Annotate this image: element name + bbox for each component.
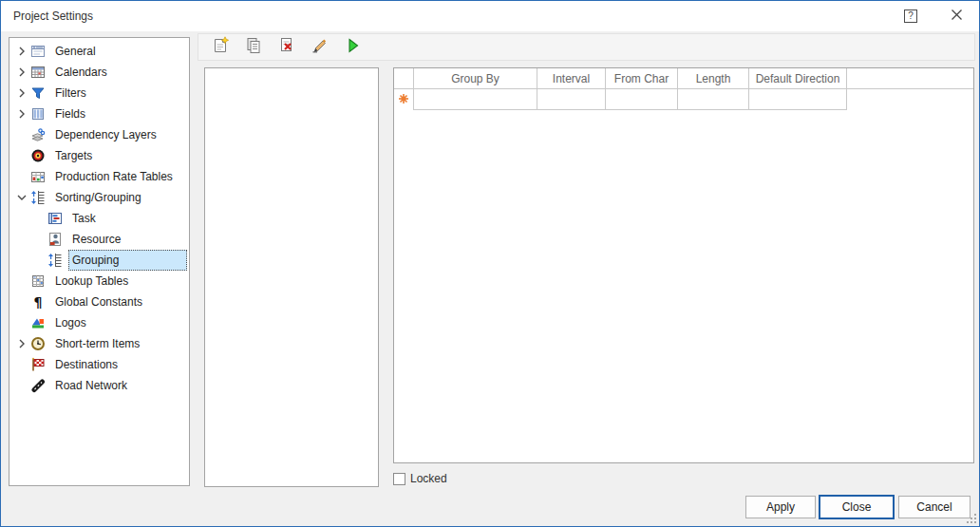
sidebar-item-grouping[interactable]: Grouping [9,250,189,271]
checkbox-unchecked-icon[interactable] [393,473,405,485]
edit-icon [311,36,330,58]
sidebar-item-label: Fields [51,105,89,122]
grouping-grid-header: Group By Interval From Char Length Defau… [394,68,973,89]
sidebar-item-filters[interactable]: Filters [9,83,189,104]
apply-button[interactable]: Apply [745,496,816,518]
sidebar-item-fields[interactable]: Fields [9,104,189,124]
new-row-cell-group-by[interactable] [414,89,537,110]
delete-button[interactable] [275,36,298,59]
sidebar-item-global-constants[interactable]: ¶ Global Constants [9,292,189,312]
sidebar-item-label: Filters [51,85,90,102]
table-columns-icon [30,106,46,122]
sidebar-item-label: Calendars [51,64,111,81]
resize-grip-icon[interactable] [965,512,977,524]
tree-indent [13,273,30,289]
sidebar-item-dependency-layers[interactable]: Dependency Layers [9,124,189,145]
sidebar-item-logos[interactable]: Logos [9,312,189,333]
sidebar-item-label: Dependency Layers [51,126,160,143]
chevron-right-icon[interactable] [13,106,30,122]
checkered-flag-icon [30,357,46,372]
sort-group-icon [47,253,63,268]
sidebar-item-targets[interactable]: Targets [9,145,189,166]
lookup-table-icon [30,273,46,289]
sidebar-item-label: Resource [68,231,124,248]
new-row-cell-filler [847,89,973,110]
sidebar-item-label: Short-term Items [51,335,143,352]
chevron-right-icon[interactable] [13,65,30,80]
sort-group-icon [30,190,46,205]
tree-indent [13,357,30,372]
sidebar-item-label: Logos [51,314,90,331]
sidebar-item-task[interactable]: Task [9,208,189,229]
help-icon: ? [904,9,917,23]
sidebar-item-road-network[interactable]: Road Network [9,375,189,396]
settings-tree: General Calendars Filters Fields Depende… [9,37,190,486]
sidebar-item-general[interactable]: General [9,41,189,62]
close-button[interactable] [946,7,967,26]
edit-button[interactable] [309,36,331,59]
titlebar: Project Settings ? [1,1,979,31]
sidebar-item-label: Destinations [51,356,122,373]
sidebar-item-label: Task [68,210,100,227]
column-header-from-char: From Char [606,68,678,89]
project-settings-dialog: Project Settings ? General Calendars Fil… [0,0,980,527]
tree-indent [13,211,30,226]
copy-button[interactable] [242,36,265,59]
new-row-cell-length[interactable] [678,89,749,110]
grouping-list-panel[interactable] [204,67,379,487]
tree-indent [13,253,30,268]
new-row-cell-interval[interactable] [537,89,606,110]
chevron-right-icon[interactable] [13,336,30,351]
column-header-group-by: Group By [414,68,537,89]
road-network-icon [30,378,46,393]
tree-indent [13,232,30,247]
new-row-star-icon [398,93,409,107]
sidebar-item-label: Grouping [68,250,187,271]
copy-icon [244,36,263,58]
pilcrow-icon: ¶ [30,294,46,310]
sidebar-item-resource[interactable]: Resource [9,229,189,250]
form-icon [30,44,46,59]
close-dialog-button[interactable]: Close [819,495,895,519]
delete-icon [277,36,296,58]
sidebar-item-label: Production Rate Tables [51,168,177,185]
tree-indent [13,378,30,393]
chevron-right-icon[interactable] [13,85,30,101]
tree-indent [13,148,30,163]
column-header-filler [847,68,973,89]
grouping-grid-panel: Group By Interval From Char Length Defau… [393,67,974,463]
sidebar-item-short-term-items[interactable]: Short-term Items [9,333,189,354]
locked-label: Locked [410,472,447,485]
run-button[interactable] [342,36,365,59]
chevron-right-icon[interactable] [13,44,30,59]
task-gantt-icon [47,211,63,226]
sidebar-item-label: General [51,43,100,60]
sidebar-item-production-rate-tables[interactable]: Production Rate Tables [9,166,189,187]
chevron-down-icon[interactable] [13,190,30,205]
tree-indent [13,315,30,330]
sidebar-item-destinations[interactable]: Destinations [9,354,189,375]
sidebar-item-calendars[interactable]: Calendars [9,62,189,83]
new-row-cell-default-direction[interactable] [749,89,847,110]
column-header-interval: Interval [537,68,606,89]
sidebar-item-sorting-grouping[interactable]: Sorting/Grouping [9,187,189,208]
sidebar-item-label: Road Network [51,377,131,394]
clock-icon [30,336,46,351]
close-icon [951,9,963,24]
locked-checkbox[interactable]: Locked [393,472,447,485]
run-icon [344,36,363,58]
logos-image-icon [30,315,46,330]
grid-new-row [394,89,973,110]
resource-icon [47,232,63,247]
sidebar-item-label: Targets [51,147,96,164]
cancel-button[interactable]: Cancel [898,496,971,518]
dialog-title: Project Settings [13,9,93,23]
new-row-cell-from-char[interactable] [606,89,678,110]
new-button[interactable] [209,36,232,59]
filter-icon [30,85,46,101]
help-button[interactable]: ? [900,7,921,26]
sidebar-item-lookup-tables[interactable]: Lookup Tables [9,271,189,292]
target-icon [30,148,46,163]
tree-indent [13,169,30,184]
dependency-layers-icon [30,127,46,142]
